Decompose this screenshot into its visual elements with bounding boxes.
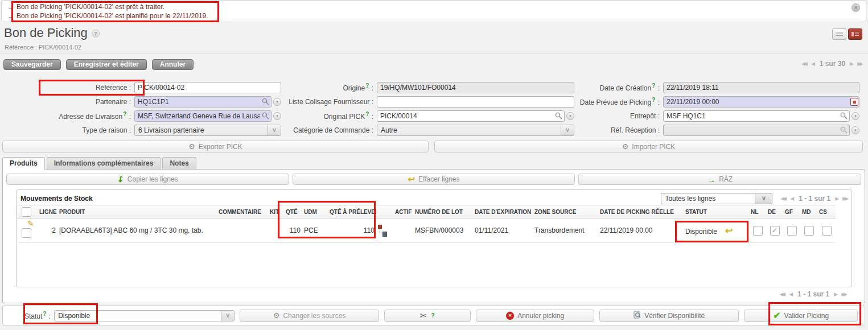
notification-message[interactable]: Bon de Picking 'PICK/00014-02' est prêt …	[17, 3, 164, 11]
nl-checkbox[interactable]	[753, 226, 763, 236]
cut-button[interactable]: ✂?	[384, 310, 471, 322]
help-icon: ?	[652, 97, 655, 103]
pager-last-icon[interactable]: ▶▶	[857, 61, 862, 67]
copy-lines-button[interactable]: ↪ Copier les lignes	[6, 174, 289, 185]
save-edit-button[interactable]: Enregistrer et éditer	[66, 59, 147, 70]
cancel-picking-button[interactable]: ✕ Annuler picking	[476, 310, 594, 322]
col-statut[interactable]: STATUT	[684, 205, 749, 218]
tab-produits[interactable]: Produits	[2, 157, 45, 170]
cell-commentaire[interactable]	[217, 218, 268, 243]
cell-date-expiration[interactable]: 01/11/2021	[473, 218, 533, 243]
lines-filter-select[interactable]: Toutes les lignes ∨	[661, 193, 772, 204]
tab-informations-complementaires[interactable]: Informations complémentaires	[47, 157, 161, 169]
cell-numero-de-lot[interactable]: MSFBN/000003	[413, 218, 473, 243]
dropdown-icon[interactable]: ▾	[851, 126, 859, 134]
pager-first-icon[interactable]: ◀◀	[779, 291, 784, 297]
col-actif[interactable]: ACTIF	[393, 205, 413, 218]
origin-label: Origine? :	[281, 82, 377, 92]
reference-input[interactable]	[134, 82, 281, 93]
cell-ligne[interactable]: 2	[38, 218, 57, 243]
gf-checkbox[interactable]	[787, 226, 797, 236]
md-checkbox[interactable]	[804, 226, 814, 236]
col-nl[interactable]: NL	[749, 205, 766, 218]
col-numero-de-lot[interactable]: NUMÉRO DE LOT	[413, 205, 473, 218]
search-icon[interactable]	[555, 112, 562, 119]
reason-type-select[interactable]: 6 Livraison partenaire ∨	[134, 125, 281, 136]
de-checkbox[interactable]: ✓	[770, 226, 780, 236]
pager-prev-icon[interactable]: ◀	[790, 196, 794, 201]
form-view-icon[interactable]	[848, 28, 862, 40]
cell-udm[interactable]: PCE	[302, 218, 328, 243]
order-category-select[interactable]: Autre ∨	[377, 125, 574, 136]
col-ligne[interactable]: LIGNE	[38, 205, 57, 218]
pager-prev-icon[interactable]: ◀	[789, 291, 793, 297]
pager-next-icon[interactable]: ▶	[834, 291, 838, 297]
cell-zone-source[interactable]: Transbordement	[533, 218, 598, 243]
search-icon[interactable]	[262, 98, 269, 105]
validate-picking-button[interactable]: ✔ Valider Picking	[744, 310, 858, 322]
cell-date-picking-reelle[interactable]: 22/11/2019 00:00	[598, 218, 684, 243]
pager-first-icon[interactable]: ◀◀	[780, 196, 785, 201]
cell-produit[interactable]: [DORAABLA6T3] ABC 60 mg / 3TC 30 mg, tab…	[57, 218, 217, 243]
supplier-packing-list-input[interactable]	[377, 96, 574, 108]
calendar-icon[interactable]	[850, 98, 858, 106]
col-kit[interactable]: KIT	[268, 205, 284, 218]
col-gf[interactable]: GF	[783, 205, 800, 218]
dropdown-icon[interactable]: ▾	[566, 112, 574, 120]
pager-prev-icon[interactable]: ◀	[811, 61, 815, 67]
cell-kit[interactable]	[268, 218, 284, 243]
gear-icon: ⚙	[622, 142, 629, 151]
warehouse-input[interactable]	[663, 110, 850, 122]
cell-qte-a-prelever[interactable]: 110	[328, 218, 376, 243]
delivery-address-input[interactable]	[134, 110, 271, 122]
import-pick-button[interactable]: ⚙ Importer PICK	[434, 141, 863, 152]
close-icon[interactable]: ✕	[851, 3, 860, 12]
col-date-picking-reelle[interactable]: DATE DE PICKING RÉELLE	[598, 205, 684, 218]
cs-checkbox[interactable]	[822, 226, 832, 236]
pager-last-icon[interactable]: ▶▶	[841, 291, 846, 297]
col-udm[interactable]: UDM	[302, 205, 328, 218]
pager-next-icon[interactable]: ▶	[850, 61, 854, 67]
planned-picking-date-input[interactable]	[663, 96, 859, 108]
pager-last-icon[interactable]: ▶▶	[842, 196, 847, 201]
erase-lines-button[interactable]: ↩ Effacer lignes	[293, 174, 575, 185]
picking-form: Référence : Origine? : Date de Création?…	[2, 80, 865, 137]
row-checkbox[interactable]	[22, 228, 31, 238]
change-sources-button[interactable]: ⚙ Changer les sources	[240, 310, 379, 322]
export-pick-button[interactable]: ⚙ Exporter PICK	[2, 141, 429, 152]
raz-button[interactable]: → RÀZ	[578, 174, 861, 185]
search-icon[interactable]	[840, 112, 848, 119]
list-view-icon[interactable]	[832, 28, 846, 40]
col-commentaire[interactable]: COMMENTAIRE	[217, 205, 268, 218]
col-cs[interactable]: CS	[817, 205, 836, 218]
dropdown-icon[interactable]: ▾	[851, 112, 859, 120]
view-switcher	[832, 28, 862, 40]
tab-notes[interactable]: Notes	[162, 157, 196, 169]
col-produit[interactable]: PRODUIT	[57, 205, 217, 218]
col-de[interactable]: DE	[766, 205, 783, 218]
cell-statut[interactable]: Disponible↩	[684, 218, 749, 243]
cell-qte[interactable]: 110	[284, 218, 302, 243]
split-line-icon[interactable]	[378, 225, 388, 237]
col-zone-source[interactable]: ZONE SOURCE	[533, 205, 598, 218]
cell-actif[interactable]	[393, 218, 413, 243]
col-qte[interactable]: QTÉ	[284, 205, 302, 218]
cancel-button[interactable]: Annuler	[152, 59, 194, 70]
pager-next-icon[interactable]: ▶	[835, 196, 839, 201]
toolbar: Sauvegarder Enregistrer et éditer Annule…	[3, 59, 194, 70]
select-all-checkbox[interactable]	[22, 207, 31, 217]
partner-input[interactable]	[134, 96, 271, 108]
col-qte-a-prelever[interactable]: QTÉ À PRÉLEVER	[328, 205, 376, 218]
check-availability-button[interactable]: Vérifier Disponibilité	[599, 310, 739, 322]
dropdown-icon[interactable]: ▾	[273, 98, 281, 106]
statut-select[interactable]: Disponible ∨	[54, 310, 235, 321]
dropdown-icon[interactable]: ▾	[273, 112, 281, 120]
undo-arrow-icon[interactable]: ↩	[725, 226, 733, 236]
notification-message[interactable]: Bon de Picking 'PICK/00014-02' est plani…	[17, 12, 208, 20]
original-pick-input[interactable]	[377, 110, 565, 122]
col-md[interactable]: MD	[800, 205, 817, 218]
col-date-expiration[interactable]: DATE D'EXPIRATION	[473, 205, 533, 218]
search-icon[interactable]	[262, 112, 269, 119]
pager-first-icon[interactable]: ◀◀	[801, 61, 806, 67]
save-button[interactable]: Sauvegarder	[3, 59, 61, 70]
